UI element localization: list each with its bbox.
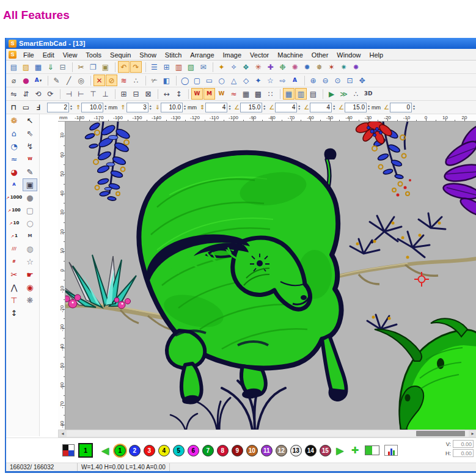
- offset-input[interactable]: 0: [390, 103, 412, 112]
- align-bottom-button[interactable]: ⊥: [100, 88, 111, 100]
- stop-hand-tool-button[interactable]: ☛: [23, 268, 37, 281]
- line-tool-button[interactable]: ╱: [63, 75, 75, 86]
- shape-rect-button[interactable]: ▭: [203, 75, 215, 86]
- window-titlebar[interactable]: S SmartEmbCad - [13]: [6, 38, 476, 49]
- scroll-left-arrow[interactable]: ◂: [59, 430, 67, 437]
- cross-hatch-tool-button[interactable]: #: [7, 255, 21, 268]
- palette-color-5[interactable]: 5: [173, 445, 185, 456]
- measure-tool-button[interactable]: ⌀: [8, 75, 20, 86]
- star-tool-button[interactable]: ☆: [23, 255, 37, 268]
- print-button[interactable]: ⊟: [57, 61, 68, 73]
- repeat-count-spinner[interactable]: ▲▼: [298, 104, 301, 111]
- menu-arrange[interactable]: Arrange: [186, 49, 218, 60]
- shape-diamond-button[interactable]: ◇: [240, 75, 252, 86]
- angle-c-spinner[interactable]: ▲▼: [367, 104, 370, 111]
- sequin-wave-2-button[interactable]: M: [203, 88, 215, 100]
- repeat-count-input[interactable]: 4: [275, 103, 297, 112]
- palette-color-9[interactable]: 9: [232, 445, 243, 456]
- shape-square-button[interactable]: ▢: [191, 75, 203, 86]
- punch-chain-button[interactable]: ✷: [338, 61, 350, 73]
- sequin-mark-tool-button[interactable]: W: [23, 153, 37, 166]
- distribute-h-button[interactable]: ↔: [161, 88, 172, 100]
- copy-button[interactable]: ❐: [87, 61, 99, 73]
- previous-colors-button[interactable]: ◀: [101, 445, 109, 456]
- wave-stitch-button[interactable]: ≋: [118, 75, 130, 86]
- parallel-stitch-tool-button[interactable]: ///: [7, 243, 21, 255]
- palette-color-2[interactable]: 2: [129, 445, 141, 456]
- spiral-tool-button[interactable]: ◎: [75, 75, 87, 86]
- font-select-button[interactable]: A▾: [32, 75, 44, 86]
- align-right-button[interactable]: ⊢: [75, 88, 87, 100]
- scroll-right-arrow[interactable]: ▸: [469, 430, 476, 437]
- sphere-tool-button[interactable]: ●: [23, 191, 37, 204]
- shape-text-button[interactable]: A: [289, 75, 301, 86]
- palette-color-7[interactable]: 7: [202, 445, 214, 456]
- node-select-tool-button[interactable]: ⇖: [23, 127, 37, 140]
- effect-mode-button[interactable]: Ⅎ: [32, 101, 44, 113]
- lasso-tool-button[interactable]: ↯: [23, 140, 37, 153]
- view-3d-button[interactable]: 3D: [362, 88, 374, 100]
- palette-color-15[interactable]: 15: [320, 445, 331, 456]
- palette-color-11[interactable]: 11: [261, 445, 273, 456]
- zoom-1to1-button[interactable]: ⊙: [332, 75, 343, 86]
- striped-ball-tool-button[interactable]: ◉: [23, 281, 37, 294]
- color-dot-button[interactable]: ●: [20, 75, 32, 86]
- shape-pentagon-button[interactable]: ✦: [252, 75, 264, 86]
- menu-other[interactable]: Other: [307, 49, 333, 60]
- skip-stitch-button[interactable]: ⊘: [106, 75, 117, 86]
- polyline-tool-button[interactable]: M: [23, 230, 37, 243]
- paste-button[interactable]: ▣: [100, 61, 111, 73]
- angle-b-input[interactable]: 4: [310, 103, 332, 112]
- shape-arrow-button[interactable]: ⇨: [277, 75, 288, 86]
- flower-stitch-tool-button[interactable]: ❁: [7, 114, 21, 127]
- menu-vector[interactable]: Vector: [246, 49, 273, 60]
- palette-color-13[interactable]: 13: [290, 445, 302, 456]
- sequin-dots-button[interactable]: ∷: [265, 88, 276, 100]
- scale-10-tool-button[interactable]: ↗10: [7, 217, 21, 230]
- fill-tool-button[interactable]: ◧: [161, 75, 172, 86]
- stitch-length-spinner[interactable]: ▲▼: [104, 104, 107, 111]
- stitch-length-input[interactable]: 10.0: [81, 103, 103, 112]
- snap-toggle-button[interactable]: ▤: [307, 88, 319, 100]
- menu-sequin[interactable]: Sequin: [106, 49, 135, 60]
- h-value-field[interactable]: 0.00: [453, 449, 474, 457]
- palette-color-3[interactable]: 3: [144, 445, 155, 456]
- scale-1-tool-button[interactable]: ↗1: [7, 230, 21, 243]
- grid-toggle-button[interactable]: ▦: [283, 88, 295, 100]
- flip-vertical-button[interactable]: ⇵: [20, 88, 32, 100]
- sequin-fill-button[interactable]: ▦: [240, 88, 252, 100]
- punch-satin-button[interactable]: ✧: [228, 61, 240, 73]
- palette-color-14[interactable]: 14: [305, 445, 317, 456]
- menu-view[interactable]: View: [59, 49, 82, 60]
- pen-tool-button[interactable]: ✎: [51, 75, 62, 86]
- rect-select-tool-button[interactable]: ▣: [23, 178, 37, 191]
- shape-triangle-button[interactable]: △: [228, 75, 240, 86]
- punch-sequin-button[interactable]: ✸: [350, 61, 362, 73]
- punch-contour-button[interactable]: ✹: [301, 61, 313, 73]
- menu-window[interactable]: Window: [332, 49, 365, 60]
- outline-mode-button[interactable]: ⊓: [8, 101, 20, 113]
- fast-redraw-button[interactable]: ≫: [338, 88, 350, 100]
- scale-1000-tool-button[interactable]: ↗1000: [7, 191, 21, 204]
- vertical-measure-tool-button[interactable]: ↕: [7, 307, 21, 320]
- stitch-list-button[interactable]: ☰: [148, 61, 160, 73]
- lock-object-button[interactable]: ⊠: [142, 88, 154, 100]
- rotate-left-button[interactable]: ⟲: [32, 88, 44, 100]
- menu-help[interactable]: Help: [365, 49, 387, 60]
- palette-color-12[interactable]: 12: [276, 445, 287, 456]
- design-browser-button[interactable]: ⊞: [161, 61, 172, 73]
- pan-view-button[interactable]: ✥: [356, 75, 368, 86]
- distribute-v-button[interactable]: ↕: [173, 88, 185, 100]
- flip-horizontal-button[interactable]: ⇋: [8, 88, 20, 100]
- simulate-button[interactable]: ▶: [326, 88, 337, 100]
- knife-tool-button[interactable]: ✃: [148, 75, 160, 86]
- edit-palette-button[interactable]: [365, 445, 379, 455]
- shape-star-button[interactable]: ☆: [265, 75, 276, 86]
- punch-spiral-button[interactable]: ✵: [313, 61, 325, 73]
- angle-c-input[interactable]: 15.0: [345, 103, 367, 112]
- trim-tool-button[interactable]: ✂: [7, 268, 21, 281]
- menu-file[interactable]: File: [19, 49, 38, 60]
- align-left-button[interactable]: ⊣: [63, 88, 75, 100]
- punch-zigzag-button[interactable]: ✶: [326, 61, 337, 73]
- rotate-right-button[interactable]: ⟳: [45, 88, 56, 100]
